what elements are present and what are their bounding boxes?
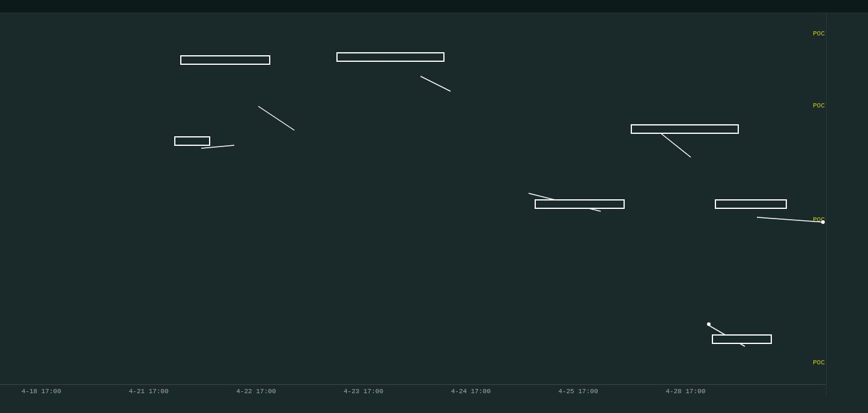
poc-label-5122: POC — [813, 102, 825, 109]
chart-canvas[interactable] — [0, 13, 826, 384]
time-label-428: 4-28 17:00 — [666, 388, 705, 395]
poc-tpo-annotation — [715, 199, 787, 209]
overnight-session-annotation — [336, 52, 445, 62]
poc-label-top: POC — [813, 30, 825, 37]
time-label-425: 4-25 17:00 — [558, 388, 598, 395]
volume-delta-annotation — [180, 55, 270, 65]
time-label-418: 4-18 17:00 — [22, 388, 61, 395]
price-axis: POC POC POC POC — [826, 13, 868, 397]
poc-label-5075: POC — [813, 216, 825, 223]
time-label-424: 4-24 17:00 — [451, 388, 491, 395]
time-axis: 4-18 17:00 4-21 17:00 4-22 17:00 4-23 17… — [0, 384, 826, 397]
chart-header — [0, 0, 868, 13]
tpo-annotation — [174, 136, 210, 146]
poc-vp-annotation — [712, 334, 772, 344]
cash-session-annotation — [631, 124, 739, 134]
chart-area: 4-18 17:00 4-21 17:00 4-22 17:00 4-23 17… — [0, 13, 826, 397]
single-print-annotation — [535, 199, 625, 209]
time-label-422: 4-22 17:00 — [236, 388, 276, 395]
poc-label-5018: POC — [813, 359, 825, 366]
time-label-423: 4-23 17:00 — [344, 388, 383, 395]
time-label-421: 4-21 17:00 — [129, 388, 168, 395]
